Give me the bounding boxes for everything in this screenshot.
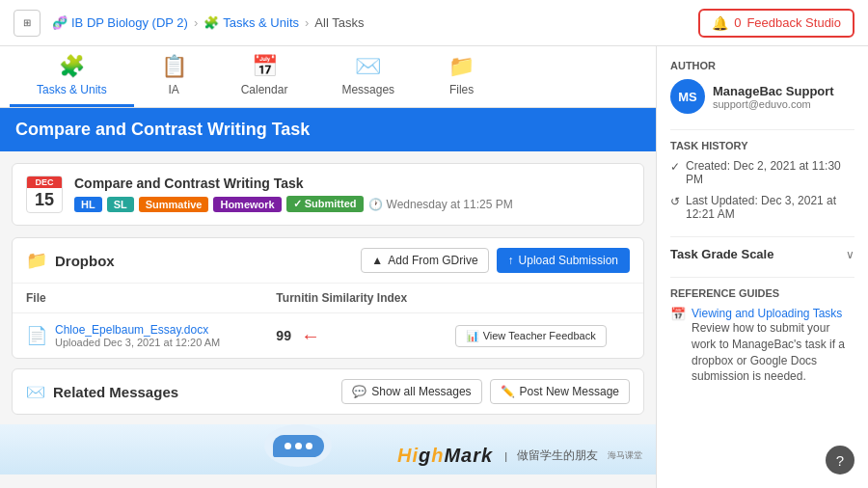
related-messages-section: ✉️ Related Messages 💬 Show all Messages … (12, 368, 644, 415)
doc-icon: 📄 (26, 325, 47, 346)
watermark-mark: Mark (444, 445, 493, 466)
bottom-content: HighMark | 做留学生的朋友 海马课堂 (0, 424, 656, 474)
avatar: MS (670, 79, 705, 114)
task-history-section: Task History ✓ Created: Dec 2, 2021 at 1… (670, 140, 854, 221)
tag-submitted: ✓ Submitted (286, 196, 364, 212)
tag-homework: Homework (213, 197, 281, 212)
upload-submission-button[interactable]: ↑ Upload Submission (497, 248, 630, 273)
author-info: ManageBac Support support@eduvo.com (713, 84, 834, 110)
breadcrumb-sep2: › (305, 15, 309, 30)
table-row: 📄 Chloe_Epelbaum_Essay.docx Uploaded Dec… (13, 313, 643, 359)
messages-title: ✉️ Related Messages (26, 383, 178, 401)
similarity-value-row: 99 ← (276, 325, 427, 347)
add-gdrive-button[interactable]: ▲ Add From GDrive (361, 248, 488, 273)
due-time: 🕐 Wednesday at 11:25 PM (368, 198, 513, 211)
arrow-red-icon: ← (301, 325, 320, 347)
tag-summative: Summative (139, 197, 209, 212)
tab-files-icon: 📁 (448, 54, 475, 79)
file-cell: 📄 Chloe_Epelbaum_Essay.docx Uploaded Dec… (13, 313, 262, 359)
dropbox-actions: ▲ Add From GDrive ↑ Upload Submission (361, 248, 630, 273)
file-upload-date: Uploaded Dec 3, 2021 at 12:20 AM (55, 337, 220, 348)
tab-calendar-label: Calendar (241, 83, 288, 96)
tab-files-label: Files (449, 83, 474, 96)
show-all-messages-button[interactable]: 💬 Show all Messages (341, 379, 481, 404)
chat-bubble-preview (264, 424, 332, 467)
tab-tasks-units-icon: 🧩 (59, 54, 85, 79)
date-month: DEC (27, 176, 62, 188)
dropbox-title: 📁 Dropbox (26, 250, 115, 271)
file-column-header: File (13, 284, 262, 313)
breadcrumb-course[interactable]: 🧬 IB DP Biology (DP 2) (52, 15, 188, 30)
task-info: Compare and Contrast Writing Task HL SL … (74, 176, 630, 212)
tab-files[interactable]: 📁 Files (421, 46, 502, 107)
divider-1 (670, 129, 854, 130)
date-day: 15 (35, 190, 54, 209)
similarity-cell: 99 ← (262, 313, 441, 359)
show-msg-icon: 💬 (352, 385, 366, 398)
help-button[interactable]: ? (826, 446, 854, 474)
watermark-area: HighMark | 做留学生的朋友 海马课堂 (397, 445, 642, 467)
upload-icon: ↑ (508, 254, 514, 267)
breadcrumb-tasks-units[interactable]: 🧩 Tasks & Units (203, 15, 299, 30)
watermark-hi: Hi (397, 445, 419, 466)
similarity-column-header: Turnitin Similarity Index (262, 284, 441, 313)
gdrive-icon: ▲ (371, 254, 383, 267)
check-icon: ✓ (670, 160, 680, 174)
tab-tasks-units[interactable]: 🧩 Tasks & Units (10, 46, 134, 107)
divider-3 (670, 277, 854, 278)
task-history-label: Task History (670, 140, 854, 151)
tab-ia-label: IA (169, 83, 179, 96)
post-new-message-button[interactable]: ✏️ Post New Message (490, 379, 630, 404)
feedback-btn-icon: 📊 (466, 330, 479, 342)
date-badge: DEC 15 (26, 176, 63, 213)
task-title: Compare and Contrast Writing Task (74, 176, 630, 191)
page-header: Compare and Contrast Writing Task (0, 108, 656, 151)
envelope-icon: ✉️ (26, 383, 45, 401)
folder-icon: 📁 (26, 250, 47, 271)
tab-messages-icon: ✉️ (355, 54, 381, 79)
tab-ia-icon: 📋 (161, 54, 187, 79)
course-icon: 🧬 (52, 15, 68, 30)
post-icon: ✏️ (501, 385, 515, 398)
history-item-updated: ↺ Last Updated: Dec 3, 2021 at 12:21 AM (670, 194, 854, 221)
divider-2 (670, 236, 854, 237)
grade-scale-row[interactable]: Task Grade Scale ∨ (670, 247, 854, 261)
author-row: MS ManageBac Support support@eduvo.com (670, 79, 854, 114)
left-content: 🧩 Tasks & Units 📋 IA 📅 Calendar ✉️ Messa… (0, 46, 656, 488)
ref-guide-description: Review how to submit your work to Manage… (692, 320, 854, 385)
author-section: Author MS ManageBac Support support@eduv… (670, 60, 854, 114)
view-feedback-button[interactable]: 📊 View Teacher Feedback (455, 325, 607, 347)
breadcrumb-sep1: › (194, 15, 198, 30)
actions-cell: 📊 View Teacher Feedback (442, 313, 643, 359)
feedback-studio-button[interactable]: 🔔 0 Feedback Studio (698, 9, 854, 38)
feedback-icon: 🔔 (712, 15, 728, 31)
watermark-h2: h (431, 445, 444, 466)
file-name[interactable]: Chloe_Epelbaum_Essay.docx (55, 323, 220, 337)
chat-dot-2 (295, 443, 302, 449)
calendar-ref-icon: 📅 (670, 307, 686, 385)
page-title: Compare and Contrast Writing Task (15, 120, 310, 139)
refresh-icon: ↺ (670, 195, 680, 208)
ref-guide-link[interactable]: Viewing and Uploading Tasks (692, 307, 854, 320)
author-email: support@eduvo.com (713, 98, 834, 110)
chat-dot-1 (285, 443, 291, 449)
task-card: DEC 15 Compare and Contrast Writing Task… (12, 163, 644, 226)
file-info: Chloe_Epelbaum_Essay.docx Uploaded Dec 3… (55, 323, 220, 348)
messages-actions: 💬 Show all Messages ✏️ Post New Message (341, 379, 630, 404)
ref-guides-section: Reference Guides 📅 Viewing and Uploading… (670, 287, 854, 385)
tab-ia[interactable]: 📋 IA (134, 46, 214, 107)
dropbox-header: 📁 Dropbox ▲ Add From GDrive ↑ Upload Sub… (13, 238, 643, 284)
grade-scale-section: Task Grade Scale ∨ (670, 247, 854, 261)
file-row: 📄 Chloe_Epelbaum_Essay.docx Uploaded Dec… (26, 323, 249, 348)
tab-calendar[interactable]: 📅 Calendar (214, 46, 315, 107)
similarity-number: 99 (276, 328, 291, 343)
tab-tasks-units-label: Tasks & Units (37, 83, 107, 96)
messages-header: ✉️ Related Messages 💬 Show all Messages … (13, 369, 643, 414)
grid-icon[interactable]: ⊞ (14, 10, 41, 37)
feedback-count: 0 (734, 15, 741, 30)
tab-bar: 🧩 Tasks & Units 📋 IA 📅 Calendar ✉️ Messa… (0, 46, 656, 108)
chat-bubble (273, 435, 324, 457)
top-navigation: ⊞ 🧬 IB DP Biology (DP 2) › 🧩 Tasks & Uni… (0, 0, 868, 46)
tab-calendar-icon: 📅 (252, 54, 278, 79)
tab-messages[interactable]: ✉️ Messages (314, 46, 421, 107)
